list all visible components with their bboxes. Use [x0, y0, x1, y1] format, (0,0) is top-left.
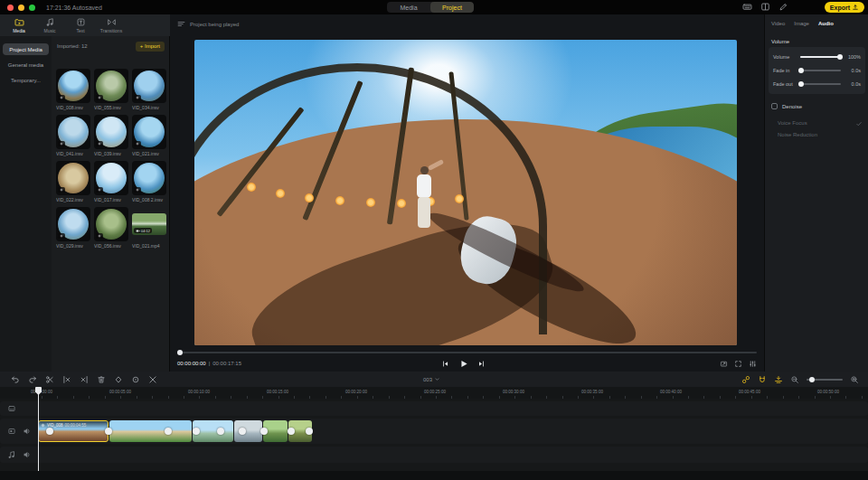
transition-handle[interactable]: [217, 428, 224, 435]
media-item[interactable]: VID_039.insv: [94, 115, 128, 156]
media-item[interactable]: VID_008.insv: [56, 69, 90, 110]
zoom-in-button[interactable]: [850, 375, 859, 384]
fade-out-value: 0.0s: [844, 81, 861, 87]
zoom-window-button[interactable]: [29, 5, 35, 11]
media-item[interactable]: VID_008 2.insv: [132, 161, 166, 202]
feedback-icon[interactable]: [778, 2, 788, 12]
media-item[interactable]: VID_021.insv: [132, 115, 166, 156]
media-item[interactable]: VID_022.insv: [56, 161, 90, 202]
fade-in-label: Fade in: [773, 68, 797, 73]
export-icon: [852, 4, 859, 11]
next-frame-button[interactable]: [477, 360, 486, 368]
media-item[interactable]: VID_055.insv: [94, 69, 128, 110]
timeline-clip[interactable]: [109, 420, 192, 442]
timeline-zoom-slider[interactable]: [807, 379, 843, 381]
play-button[interactable]: [458, 359, 468, 369]
view-toggle: Media Project: [387, 2, 474, 13]
undo-button[interactable]: [11, 375, 20, 384]
voice-focus-label[interactable]: Voice Focus: [778, 120, 807, 127]
speaker-icon[interactable]: [23, 450, 32, 459]
link-clips-button[interactable]: [741, 375, 750, 384]
transition-handle[interactable]: [306, 428, 313, 435]
transition-handle[interactable]: [239, 428, 246, 435]
zoom-out-button[interactable]: [790, 375, 799, 384]
360-icon: [98, 234, 101, 238]
volume-value: 100%: [844, 54, 861, 60]
transition-handle[interactable]: [260, 428, 268, 435]
transition-handle[interactable]: [288, 428, 295, 435]
tab-text[interactable]: Text: [67, 17, 94, 33]
playlist-menu-icon[interactable]: [177, 20, 185, 28]
trim-left-button[interactable]: [62, 375, 71, 384]
preview-settings-icon[interactable]: [749, 360, 757, 368]
app-window: 17:21:36 Autosaved Media Project Export …: [0, 0, 868, 480]
media-item[interactable]: VID_029.insv: [56, 207, 90, 249]
playhead-line: [38, 387, 39, 471]
volume-slider[interactable]: [800, 56, 841, 58]
keyframe-button[interactable]: [114, 375, 123, 384]
transition-handle[interactable]: [46, 428, 53, 435]
clip-counter-dropdown[interactable]: 003: [423, 372, 440, 387]
marker-button[interactable]: [131, 375, 140, 384]
noise-reduction-label[interactable]: Noise Reduction: [778, 132, 817, 137]
music-track[interactable]: [0, 447, 868, 463]
minimize-window-button[interactable]: [18, 5, 24, 11]
360-icon: [136, 96, 139, 99]
timeline-zoom-knob[interactable]: [809, 377, 815, 382]
rail-general-media[interactable]: General media: [3, 59, 49, 71]
fade-out-slider-knob[interactable]: [798, 81, 804, 87]
mapping-button[interactable]: [148, 375, 157, 384]
denoise-checkbox[interactable]: [771, 103, 778, 109]
transition-handle[interactable]: [165, 428, 172, 435]
timeline-ruler[interactable]: 00:00:00:00 00:00:05:00 00:00:10:00 00:0…: [0, 387, 868, 399]
volume-slider-knob[interactable]: [837, 54, 843, 60]
fade-in-slider-knob[interactable]: [798, 68, 804, 73]
timeline-panel: 003 00:00:00:00 00:00:05:00 00:00:10:00 …: [0, 372, 868, 480]
media-item[interactable]: VID_017.insv: [94, 161, 128, 202]
timeline-scroll-area[interactable]: [0, 471, 868, 480]
rail-temporary[interactable]: Temporary...: [3, 74, 49, 86]
media-item[interactable]: 04:12 VID_021.mp4: [132, 207, 166, 249]
tab-audio[interactable]: Audio: [818, 21, 834, 26]
redo-button[interactable]: [28, 375, 37, 384]
media-item[interactable]: VID_056.insv: [94, 207, 128, 249]
aspect-ratio-icon[interactable]: [720, 360, 728, 368]
360-icon: [136, 188, 139, 192]
import-button[interactable]: + Import: [136, 42, 165, 52]
timecode: 00:00:00:00 | 00:00:17:15: [177, 361, 241, 366]
video-viewport[interactable]: [194, 40, 737, 345]
layout-panels-icon[interactable]: [760, 2, 770, 12]
export-button[interactable]: Export: [825, 2, 864, 13]
tab-video[interactable]: Video: [771, 21, 785, 26]
previous-frame-button[interactable]: [441, 360, 449, 368]
tab-media[interactable]: Media: [5, 17, 33, 33]
preview-seekbar[interactable]: [177, 351, 757, 354]
delete-button[interactable]: [97, 375, 106, 384]
tab-media-view[interactable]: Media: [387, 2, 430, 13]
caption-track[interactable]: [0, 401, 868, 416]
fullscreen-icon[interactable]: [734, 360, 742, 368]
magnet-snap-button[interactable]: [758, 375, 767, 384]
seek-handle[interactable]: [177, 350, 183, 355]
fade-out-slider[interactable]: [800, 83, 841, 85]
keyboard-shortcuts-icon[interactable]: [742, 2, 752, 12]
text-icon: [76, 17, 86, 27]
tab-transitions[interactable]: Transitions: [98, 17, 125, 33]
split-button[interactable]: [45, 375, 54, 384]
tab-image[interactable]: Image: [794, 21, 809, 26]
close-window-button[interactable]: [7, 5, 14, 11]
transition-handle[interactable]: [193, 428, 200, 435]
tab-music[interactable]: Music: [36, 17, 63, 33]
trim-right-button[interactable]: [80, 375, 89, 384]
media-item[interactable]: VID_034.insv: [132, 69, 166, 110]
transition-handle[interactable]: [105, 428, 112, 435]
fade-in-slider[interactable]: [800, 70, 841, 71]
auto-snap-button[interactable]: [774, 375, 783, 384]
folder-media-icon: [14, 17, 24, 27]
tab-project-view[interactable]: Project: [430, 2, 474, 13]
360-icon: [60, 234, 63, 238]
preview-panel: Project being played: [170, 14, 764, 372]
rail-project-media[interactable]: Project Media: [3, 43, 49, 55]
360-icon: [98, 142, 101, 146]
media-item[interactable]: VID_041.insv: [56, 115, 90, 156]
